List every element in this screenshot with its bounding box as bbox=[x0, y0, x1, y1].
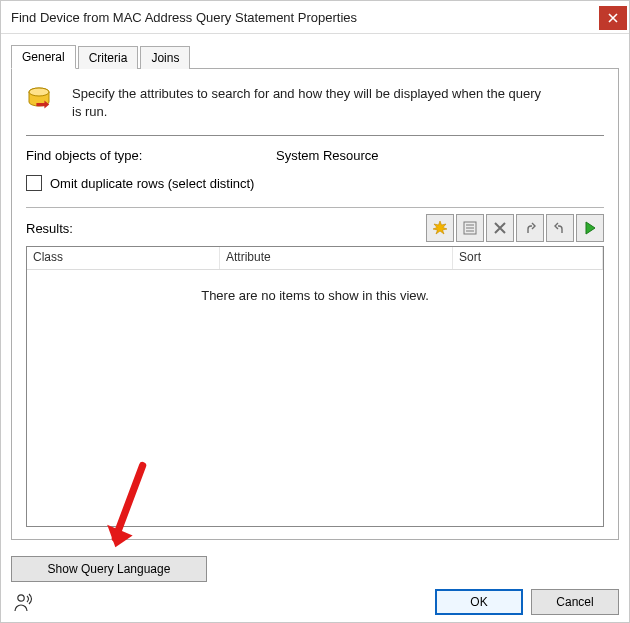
close-button[interactable] bbox=[599, 6, 627, 30]
empty-list-message: There are no items to show in this view. bbox=[27, 270, 603, 321]
content-area: General Criteria Joins Specify the attri… bbox=[1, 34, 629, 548]
dialog-footer: OK Cancel bbox=[1, 582, 629, 622]
results-label: Results: bbox=[26, 221, 426, 236]
svg-point-1 bbox=[29, 88, 49, 96]
object-type-label: Find objects of type: bbox=[26, 148, 276, 163]
cancel-button[interactable]: Cancel bbox=[531, 589, 619, 615]
column-attribute[interactable]: Attribute bbox=[220, 247, 453, 269]
results-header: Results: bbox=[26, 214, 604, 242]
ok-button[interactable]: OK bbox=[435, 589, 523, 615]
properties-icon bbox=[462, 220, 478, 236]
title-bar: Find Device from MAC Address Query State… bbox=[1, 1, 629, 34]
omit-duplicate-checkbox[interactable] bbox=[26, 175, 42, 191]
tab-strip: General Criteria Joins bbox=[11, 44, 619, 68]
close-icon bbox=[607, 12, 619, 24]
dialog-window: Find Device from MAC Address Query State… bbox=[0, 0, 630, 623]
tab-panel-general: Specify the attributes to search for and… bbox=[11, 68, 619, 540]
results-columns: Class Attribute Sort bbox=[27, 247, 603, 270]
tab-joins[interactable]: Joins bbox=[140, 46, 190, 69]
column-sort[interactable]: Sort bbox=[453, 247, 603, 269]
object-type-row: Find objects of type: System Resource bbox=[26, 148, 604, 163]
omit-duplicate-label: Omit duplicate rows (select distinct) bbox=[50, 176, 254, 191]
tab-general[interactable]: General bbox=[11, 45, 76, 69]
results-toolbar bbox=[426, 214, 604, 242]
column-class[interactable]: Class bbox=[27, 247, 220, 269]
delete-button[interactable] bbox=[486, 214, 514, 242]
user-voice-icon bbox=[13, 591, 35, 613]
results-list[interactable]: Class Attribute Sort There are no items … bbox=[26, 246, 604, 527]
omit-duplicate-row[interactable]: Omit duplicate rows (select distinct) bbox=[26, 175, 604, 191]
move-down-button[interactable] bbox=[546, 214, 574, 242]
description-row: Specify the attributes to search for and… bbox=[26, 85, 604, 121]
svg-point-6 bbox=[18, 595, 24, 601]
database-export-icon bbox=[26, 85, 60, 119]
window-title: Find Device from MAC Address Query State… bbox=[11, 10, 599, 25]
delete-x-icon bbox=[492, 220, 508, 236]
starburst-icon bbox=[432, 220, 448, 236]
object-type-value: System Resource bbox=[276, 148, 379, 163]
run-button[interactable] bbox=[576, 214, 604, 242]
show-query-language-button[interactable]: Show Query Language bbox=[11, 556, 207, 582]
divider bbox=[26, 207, 604, 208]
play-icon bbox=[582, 220, 598, 236]
bracket-down-icon bbox=[552, 220, 568, 236]
tab-criteria[interactable]: Criteria bbox=[78, 46, 139, 69]
divider bbox=[26, 135, 604, 136]
move-up-button[interactable] bbox=[516, 214, 544, 242]
bracket-up-icon bbox=[522, 220, 538, 236]
properties-button[interactable] bbox=[456, 214, 484, 242]
description-text: Specify the attributes to search for and… bbox=[72, 85, 552, 121]
new-item-button[interactable] bbox=[426, 214, 454, 242]
